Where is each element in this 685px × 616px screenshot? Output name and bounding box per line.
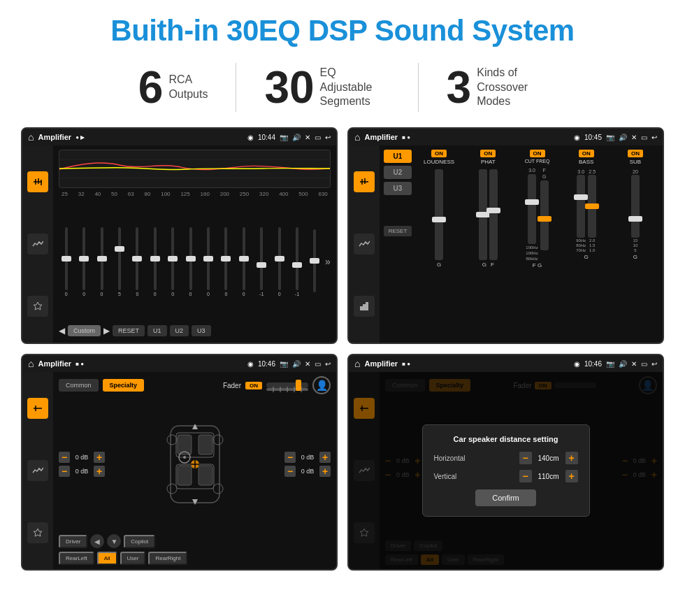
- dl-cam-icon: 📷: [606, 360, 614, 368]
- cx-icon-btn-2[interactable]: [354, 234, 375, 255]
- dl-status-left: ⌂ Amplifier ■ ●: [354, 358, 410, 369]
- stat-eq-number: 30: [264, 65, 314, 110]
- eq-slider-14[interactable]: [308, 229, 322, 294]
- fd-driver-btn[interactable]: Driver: [59, 535, 87, 548]
- dialog-title: Car speaker distance setting: [434, 435, 578, 443]
- eq-slider-0[interactable]: 0: [59, 227, 73, 296]
- fd-rearleft-btn[interactable]: RearLeft: [59, 552, 94, 565]
- cx-presets: U1 U2 U3 RESET: [384, 150, 412, 338]
- fd-profile-icon[interactable]: 👤: [312, 376, 331, 394]
- eq-u1-btn[interactable]: U1: [147, 325, 167, 336]
- eq-prev-btn[interactable]: ◀: [59, 326, 65, 336]
- dialog-vertical-minus[interactable]: −: [519, 470, 532, 482]
- eq-slider-11[interactable]: -1: [254, 227, 268, 296]
- eq-slider-10[interactable]: 0: [236, 227, 251, 296]
- cx-main-area: U1 U2 U3 RESET ON LOUDNESS: [380, 145, 663, 343]
- stat-rca-text: RCAOutputs: [168, 73, 208, 102]
- stat-crossover-text: Kinds ofCrossover Modes: [477, 66, 547, 109]
- fd-user-btn[interactable]: User: [120, 552, 146, 565]
- eq-slider-13[interactable]: -1: [289, 227, 304, 296]
- fd-db-br-plus[interactable]: +: [319, 466, 331, 477]
- eq-slider-4[interactable]: 0: [130, 227, 145, 296]
- fd-time: 10:46: [258, 360, 275, 368]
- eq-slider-5[interactable]: 0: [147, 227, 162, 296]
- eq-next-btn[interactable]: ▶: [103, 326, 110, 336]
- cx-cutfreq-on[interactable]: ON: [530, 150, 545, 157]
- fd-fader-slider[interactable]: [266, 382, 308, 388]
- fd-db-br-minus[interactable]: −: [284, 466, 296, 477]
- fd-icon-btn-2[interactable]: [27, 460, 48, 481]
- fd-db-bl-minus[interactable]: −: [59, 466, 70, 477]
- eq-slider-7[interactable]: 0: [183, 227, 198, 296]
- eq-u3-btn[interactable]: U3: [192, 325, 211, 336]
- eq-u2-btn[interactable]: U2: [170, 325, 189, 336]
- fd-tab-common[interactable]: Common: [59, 379, 99, 392]
- cx-sub-on[interactable]: ON: [628, 150, 643, 157]
- svg-rect-12: [363, 304, 366, 310]
- fd-db-tr-plus[interactable]: +: [319, 452, 331, 463]
- fd-dbs-left: − 0 dB + − 0 dB +: [59, 398, 105, 531]
- cx-u2-btn[interactable]: U2: [384, 166, 412, 179]
- eq-slider-9[interactable]: 0: [219, 227, 233, 296]
- cx-loudness-on[interactable]: ON: [431, 150, 447, 157]
- cx-side-icons: [349, 145, 380, 343]
- eq-reset-btn[interactable]: RESET: [113, 325, 145, 336]
- fd-copilot-btn[interactable]: Copilot: [124, 535, 155, 548]
- cx-u1-btn[interactable]: U1: [384, 150, 412, 163]
- eq-slider-3[interactable]: 5: [112, 227, 127, 296]
- dl-status-right: ◉ 10:46 📷 🔊 ✕ ▭ ↩: [574, 360, 657, 368]
- fd-tab-specialty[interactable]: Specialty: [103, 379, 145, 392]
- eq-expand-icon[interactable]: »: [325, 256, 331, 267]
- eq-slider-1[interactable]: 0: [76, 227, 91, 296]
- fd-car-center: [110, 398, 279, 531]
- eq-slider-12[interactable]: 0: [272, 227, 287, 296]
- dialog-screen: ⌂ Amplifier ■ ● ◉ 10:46 📷 🔊 ✕ ▭ ↩: [347, 354, 664, 571]
- fd-left-arrow[interactable]: ◀: [90, 534, 104, 548]
- svg-rect-29: [199, 466, 212, 485]
- cx-vol-icon: 🔊: [619, 134, 627, 141]
- svg-point-38: [213, 484, 223, 494]
- dialog-vertical-plus[interactable]: +: [565, 470, 578, 482]
- svg-rect-27: [199, 435, 212, 454]
- cx-icon-btn-3[interactable]: [354, 296, 375, 317]
- dialog-confirm-button[interactable]: Confirm: [475, 489, 536, 506]
- eq-slider-2[interactable]: 0: [94, 227, 109, 296]
- fd-db-tl-minus[interactable]: −: [59, 452, 70, 463]
- cx-back-icon: ↩: [651, 134, 657, 141]
- screens-grid: ⌂ Amplifier ● ▶ ◉ 10:44 📷 🔊 ✕ ▭ ↩: [21, 127, 664, 571]
- fd-all-btn[interactable]: All: [97, 552, 117, 565]
- dialog-horizontal-plus[interactable]: +: [565, 452, 578, 464]
- fd-on-toggle[interactable]: ON: [245, 382, 262, 389]
- eq-cam-icon: 📷: [280, 134, 288, 141]
- svg-marker-39: [192, 424, 198, 429]
- fd-icon-btn-3[interactable]: [27, 522, 48, 543]
- eq-screen: ⌂ Amplifier ● ▶ ◉ 10:44 📷 🔊 ✕ ▭ ↩: [21, 127, 338, 344]
- fd-screen-body: Common Specialty Fader ON 👤: [22, 372, 336, 569]
- dialog-horizontal-minus[interactable]: −: [519, 452, 532, 464]
- cx-reset-btn[interactable]: RESET: [384, 226, 412, 236]
- cx-bass-on[interactable]: ON: [579, 150, 594, 157]
- fd-db-tr-minus[interactable]: −: [284, 452, 296, 463]
- fd-status-bar: ⌂ Amplifier ■ ● ◉ 10:46 📷 🔊 ✕ ▭ ↩: [22, 355, 336, 372]
- fd-db-tl-plus[interactable]: +: [94, 452, 105, 463]
- eq-slider-6[interactable]: 0: [165, 227, 180, 296]
- eq-icon-btn-2[interactable]: [27, 234, 48, 255]
- fd-down-arrow[interactable]: ▼: [107, 534, 121, 548]
- cx-u3-btn[interactable]: U3: [384, 182, 412, 195]
- fd-rearright-btn[interactable]: RearRight: [148, 552, 187, 565]
- fd-db-bl-plus[interactable]: +: [94, 466, 105, 477]
- eq-icon-btn-1[interactable]: [27, 171, 48, 192]
- eq-vol-icon: 🔊: [292, 134, 301, 141]
- fd-icon-btn-1[interactable]: [27, 398, 48, 419]
- eq-status-bar: ⌂ Amplifier ● ▶ ◉ 10:44 📷 🔊 ✕ ▭ ↩: [22, 129, 336, 145]
- cx-phat-on[interactable]: ON: [480, 150, 496, 157]
- dl-location-icon: ◉: [574, 360, 580, 368]
- eq-preset-custom[interactable]: Custom: [68, 325, 101, 336]
- dialog-horizontal-row: Horizontal − 140cm +: [434, 452, 578, 464]
- eq-slider-8[interactable]: 0: [201, 227, 215, 296]
- crossover-screen: ⌂ Amplifier ■ ● ◉ 10:45 📷 🔊 ✕ ▭ ↩: [347, 127, 664, 344]
- cx-location-icon: ◉: [574, 134, 580, 141]
- cx-dots: ■ ●: [402, 134, 410, 141]
- eq-icon-btn-3[interactable]: [27, 296, 48, 317]
- cx-icon-btn-1[interactable]: [354, 171, 375, 192]
